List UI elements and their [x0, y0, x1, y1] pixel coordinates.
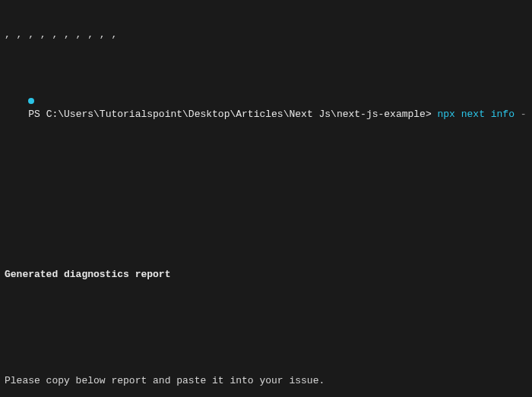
- truncated-prev-line: , , , , , , , , , ,: [5, 28, 527, 42]
- blank-line: [5, 175, 527, 188]
- cmd-next: next: [461, 109, 491, 120]
- blank-line: [5, 321, 527, 335]
- copy-instruction: Please copy below report and paste it in…: [5, 374, 527, 388]
- blank-line: [5, 215, 527, 228]
- cmd-info: info: [491, 109, 521, 120]
- cmd-npx: npx: [438, 109, 461, 120]
- terminal-output[interactable]: , , , , , , , , , , PS C:\Users\Tutorial…: [0, 0, 532, 397]
- report-title: Generated diagnostics report: [5, 268, 527, 282]
- prompt-line: PS C:\Users\Tutorialspoint\Desktop\Artic…: [5, 81, 527, 134]
- status-dot-icon: [28, 98, 34, 104]
- ps-prefix: PS: [28, 109, 46, 120]
- cmd-flag: --verbose: [521, 109, 527, 120]
- working-directory: C:\Users\Tutorialspoint\Desktop\Articles…: [46, 109, 438, 120]
